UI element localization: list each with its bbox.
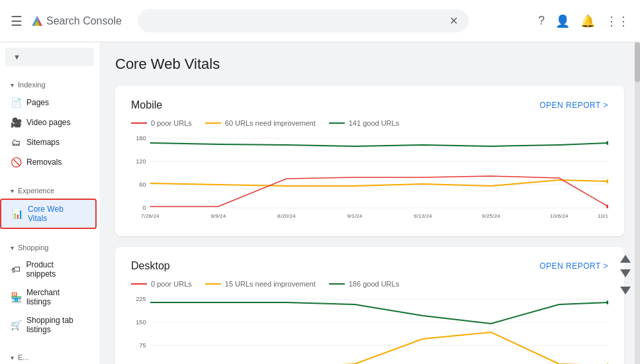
main-content: Core Web Vitals Mobile OPEN REPORT > 0 p…	[99, 42, 640, 364]
layout: ▼ ▾ Indexing 📄 Pages 🎥 Video pages 🗂 Sit…	[0, 42, 640, 364]
desktop-chart-title: Desktop	[131, 260, 170, 272]
legend-line-needs	[205, 122, 221, 124]
svg-text:9/1/24: 9/1/24	[347, 213, 362, 219]
sidebar-section-indexing-header[interactable]: ▾ Indexing	[0, 77, 99, 93]
sidebar-section-shopping: ▾ Shopping 🏷 Product snippets 🏪 Merchant…	[0, 234, 99, 344]
desktop-open-report[interactable]: OPEN REPORT >	[539, 261, 608, 271]
sidebar-item-product-label: Product snippets	[26, 260, 83, 279]
sidebar-section-indexing: ▾ Indexing 📄 Pages 🎥 Video pages 🗂 Sitem…	[0, 71, 99, 177]
svg-text:150: 150	[136, 319, 146, 326]
pages-icon: 📄	[11, 97, 21, 108]
sidebar-item-removals-label: Removals	[26, 158, 62, 167]
sidebar-item-merchant[interactable]: 🏪 Merchant listings	[0, 283, 94, 311]
legend-line-good-d	[329, 283, 345, 285]
sidebar-section-enhancements-label: E...	[18, 353, 29, 361]
svg-text:60: 60	[139, 181, 146, 188]
chevron-down-icon: ▾	[11, 81, 14, 89]
help-icon[interactable]: ?	[538, 14, 545, 28]
sidebar-section-experience-label: Experience	[18, 187, 54, 195]
legend-line-poor	[131, 122, 147, 124]
chevron-icon-shopping: ▾	[11, 244, 14, 251]
svg-point-39	[606, 300, 608, 304]
topbar-right: ? 👤 🔔 ⋮⋮	[538, 14, 629, 28]
sidebar-section-enhancements-header[interactable]: ▾ E...	[0, 349, 99, 364]
sidebar-item-pages-label: Pages	[26, 98, 49, 107]
scroll-up-icon[interactable]	[620, 255, 631, 263]
svg-text:7/28/24: 7/28/24	[141, 213, 160, 219]
sidebar-item-sitemaps[interactable]: 🗂 Sitemaps	[0, 132, 94, 152]
hamburger-icon[interactable]: ☰	[11, 13, 23, 29]
google-logo-icon	[30, 15, 44, 28]
svg-text:180: 180	[136, 135, 146, 142]
apps-icon[interactable]: ⋮⋮	[606, 14, 629, 28]
sidebar-item-videos[interactable]: 🎥 Video pages	[0, 113, 94, 132]
legend-item-good-mobile: 141 good URLs	[329, 119, 399, 127]
mobile-legend: 0 poor URLs 60 URLs need improvement 141…	[131, 119, 608, 127]
legend-item-poor-desktop: 0 poor URLs	[131, 280, 192, 288]
sidebar-section-indexing-label: Indexing	[18, 81, 46, 89]
legend-line-poor-d	[131, 283, 147, 285]
svg-text:8/9/24: 8/9/24	[210, 213, 226, 219]
property-selector[interactable]: ▼	[5, 48, 94, 66]
sidebar-item-pages[interactable]: 📄 Pages	[0, 93, 94, 113]
sitemap-icon: 🗂	[11, 137, 21, 148]
svg-text:75: 75	[139, 342, 146, 349]
sidebar-item-product-snippets[interactable]: 🏷 Product snippets	[0, 255, 94, 283]
legend-item-needs-mobile: 60 URLs need improvement	[205, 119, 316, 127]
sidebar-item-sitemaps-label: Sitemaps	[26, 138, 60, 147]
svg-text:225: 225	[136, 296, 146, 302]
legend-label-good-mobile: 141 good URLs	[349, 119, 399, 127]
legend-item-poor-mobile: 0 poor URLs	[131, 119, 192, 127]
search-input[interactable]	[148, 16, 449, 26]
sidebar-section-experience: ▾ Experience 📊 Core Web Vitals	[0, 177, 99, 234]
topbar: ☰ Search Console ✕ ? 👤 🔔 ⋮⋮	[0, 0, 640, 42]
account-icon[interactable]: 👤	[555, 14, 570, 28]
svg-text:9/13/24: 9/13/24	[414, 213, 432, 219]
search-bar: ✕	[138, 9, 469, 32]
removals-icon: 🚫	[11, 157, 21, 167]
sidebar: ▼ ▾ Indexing 📄 Pages 🎥 Video pages 🗂 Sit…	[0, 42, 99, 364]
svg-text:0: 0	[143, 205, 146, 211]
scrollbar-thumb[interactable]	[635, 42, 640, 82]
legend-label-good-desktop: 186 good URLs	[349, 280, 399, 288]
svg-text:120: 120	[136, 158, 146, 165]
chevron-icon: ▾	[11, 187, 14, 195]
sidebar-section-experience-header[interactable]: ▾ Experience	[0, 183, 99, 199]
video-icon: 🎥	[11, 117, 21, 128]
product-icon: 🏷	[11, 264, 21, 275]
notification-icon[interactable]: 🔔	[580, 14, 595, 28]
sidebar-item-videos-label: Video pages	[26, 118, 71, 127]
scroll-down2-icon[interactable]	[620, 287, 631, 295]
legend-label-poor-mobile: 0 poor URLs	[151, 119, 192, 127]
mobile-chart-svg: 180 120 60 0 7/28/24	[131, 135, 608, 223]
close-icon[interactable]: ✕	[449, 15, 458, 27]
desktop-chart-header: Desktop OPEN REPORT >	[131, 260, 608, 272]
sidebar-item-shopping-tab-label: Shopping tab listings	[26, 316, 83, 334]
legend-item-needs-desktop: 15 URLs need improvement	[205, 280, 316, 288]
scrollbar[interactable]	[635, 42, 640, 364]
sidebar-item-shopping-tab[interactable]: 🛒 Shopping tab listings	[0, 311, 94, 339]
sidebar-item-removals[interactable]: 🚫 Removals	[0, 152, 94, 172]
scroll-controls	[620, 255, 631, 295]
chevron-icon-e: ▾	[11, 354, 14, 361]
svg-text:10/6/24: 10/6/24	[550, 213, 569, 219]
svg-text:9/25/24: 9/25/24	[482, 213, 500, 219]
svg-point-20	[606, 141, 608, 145]
legend-label-needs-mobile: 60 URLs need improvement	[225, 119, 316, 127]
mobile-open-report[interactable]: OPEN REPORT >	[539, 101, 608, 110]
app-title: Search Console	[46, 15, 122, 27]
svg-point-21	[606, 179, 608, 183]
merchant-icon: 🏪	[11, 292, 21, 302]
scroll-down-icon[interactable]	[620, 269, 631, 277]
desktop-chart-svg: 225 150 75 0 7/28/24	[131, 296, 608, 364]
sidebar-section-shopping-label: Shopping	[18, 244, 49, 251]
topbar-left: ☰ Search Console	[11, 13, 122, 29]
sidebar-item-core-web-vitals[interactable]: 📊 Core Web Vitals	[0, 199, 97, 229]
search-area: ✕	[138, 9, 469, 32]
sidebar-item-merchant-label: Merchant listings	[26, 288, 83, 306]
svg-text:10/16/24: 10/16/24	[598, 213, 608, 219]
legend-item-good-desktop: 186 good URLs	[329, 280, 399, 288]
sidebar-section-shopping-header[interactable]: ▾ Shopping	[0, 240, 99, 255]
mobile-chart-card: Mobile OPEN REPORT > 0 poor URLs 60 URLs…	[115, 86, 624, 236]
cwv-icon: 📊	[12, 208, 23, 219]
